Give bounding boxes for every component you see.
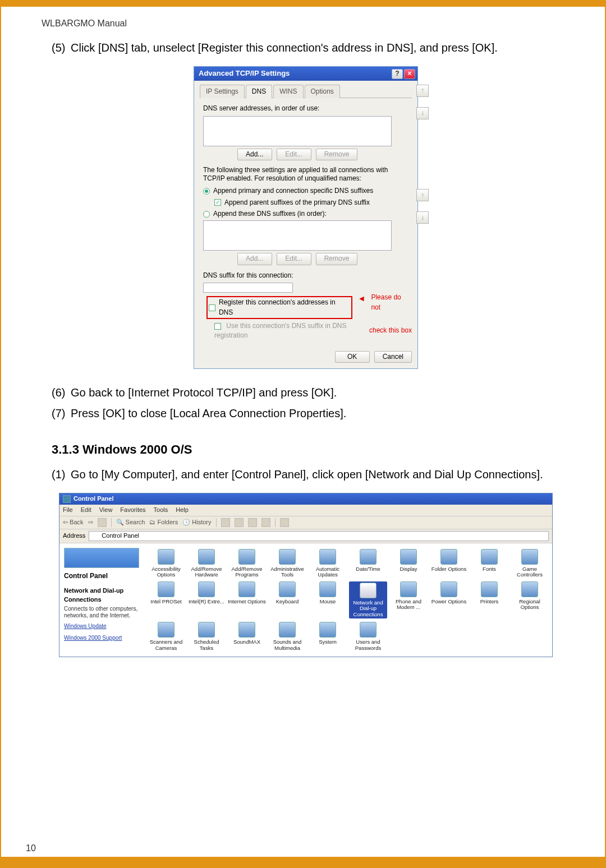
radio-icon (203, 211, 210, 218)
cp-icon-label: Automatic Updates (309, 566, 347, 578)
tab-options[interactable]: Options (305, 85, 340, 98)
cp-icon-item[interactable]: Power Options (430, 581, 468, 618)
menu-edit[interactable]: Edit (81, 506, 91, 515)
radio-append-primary[interactable]: Append primary and connection specific D… (203, 186, 408, 196)
cp-icon-item[interactable]: Intel(R) Extre... (187, 581, 226, 618)
cp-icon-label: Add/Remove Hardware (187, 566, 226, 578)
cp-icon-item[interactable]: Date/Time (349, 549, 387, 578)
chk-append-parent-label: Append parent suffixes of the primary DN… (224, 198, 370, 207)
cp-titlebar: Control Panel (59, 493, 552, 505)
link-windows-update[interactable]: Windows Update (64, 622, 139, 631)
cp-icon-item[interactable]: Users and Passwords (349, 622, 387, 651)
cp-icon-label: Date/Time (349, 566, 387, 572)
menu-tools[interactable]: Tools (154, 506, 168, 515)
close-button[interactable]: × (404, 69, 415, 79)
step-5: (5) Click [DNS] tab, unselect [Register … (52, 40, 560, 56)
app-icon (319, 549, 336, 565)
app-icon (238, 622, 255, 638)
cancel-button[interactable]: Cancel (374, 351, 412, 363)
cp-icon-item[interactable]: Scanners and Cameras (147, 622, 185, 651)
suffix-for-connection-label: DNS suffix for this connection: (203, 271, 412, 280)
cp-icon-item[interactable]: Intel PROSet (147, 581, 185, 618)
dns-suffix-list[interactable] (203, 220, 392, 251)
up-icon[interactable] (98, 518, 107, 527)
cp-icon-label: Add/Remove Programs (228, 566, 266, 578)
cp-icon-item[interactable]: Printers (470, 581, 508, 618)
cp-icon-label: Mouse (309, 599, 347, 604)
cp-icon-item[interactable]: Network and Dial-up Connections (349, 581, 387, 618)
cp-icon-item[interactable]: Administrative Tools (268, 549, 306, 578)
cp-icon-item[interactable]: SoundMAX (228, 622, 266, 651)
step-6-num: (6) (52, 385, 71, 401)
annotation-line1: Please do not (371, 293, 412, 312)
cp-icon-item[interactable]: Sounds and Multimedia (268, 622, 306, 651)
dns-server-list[interactable] (203, 116, 392, 146)
cp-icon-item[interactable]: Internet Options (228, 581, 266, 618)
address-input[interactable]: Control Panel (89, 531, 549, 541)
cp-icon-grid: Accessibility OptionsAdd/Remove Hardware… (144, 543, 552, 657)
cp-banner-icon (64, 548, 139, 568)
move-down-button[interactable]: ↓ (416, 107, 429, 119)
step-6-text: Go back to [Internet Protocol TCP/IP] an… (71, 385, 560, 401)
dns-servers-label: DNS server addresses, in order of use: (203, 104, 412, 113)
toolbar-icon[interactable] (235, 518, 244, 527)
tab-wins[interactable]: WINS (273, 85, 303, 98)
cp-icon-item[interactable]: Phone and Modem ... (389, 581, 428, 618)
app-icon (400, 549, 417, 565)
step-7-num: (7) (52, 405, 71, 422)
section-heading: 3.1.3 Windows 2000 O/S (52, 441, 560, 459)
toolbar-icon[interactable] (248, 518, 257, 527)
cp-icon-item[interactable]: Mouse (309, 581, 347, 618)
ok-button[interactable]: OK (335, 351, 370, 363)
suffix-move-up-button[interactable]: ↑ (416, 189, 429, 201)
toolbar-icon[interactable] (221, 518, 230, 527)
dns-edit-button[interactable]: Edit... (277, 149, 311, 160)
checkbox-icon (214, 199, 221, 206)
cp-icon-item[interactable]: Display (389, 549, 428, 578)
cp-icon-item[interactable]: Accessibility Options (147, 549, 185, 578)
link-win2000-support[interactable]: Windows 2000 Support (64, 634, 139, 643)
tab-dns[interactable]: DNS (246, 85, 272, 98)
cp-icon-item[interactable]: Keyboard (268, 581, 306, 618)
search-button[interactable]: 🔍 Search (116, 518, 145, 527)
cp-icon-item[interactable]: System (309, 622, 347, 651)
step-7: (7) Press [OK] to close [Local Area Conn… (52, 405, 560, 422)
cp-icon-item[interactable]: Regional Options (511, 581, 549, 618)
cp-icon-item[interactable]: Folder Options (430, 549, 468, 578)
history-button[interactable]: 🕓 History (182, 518, 211, 527)
app-icon (279, 622, 296, 638)
suffix-move-down-button[interactable]: ↓ (416, 211, 429, 224)
dns-remove-button[interactable]: Remove (316, 149, 358, 160)
radio-append-these-label: Append these DNS suffixes (in order): (213, 209, 327, 219)
step-b1-num: (1) (52, 467, 71, 483)
chk-append-parent[interactable]: Append parent suffixes of the primary DN… (214, 198, 408, 207)
chk-register-dns[interactable]: Register this connection's addresses in … (206, 296, 352, 319)
app-icon (400, 581, 417, 597)
cp-icon-item[interactable]: Fonts (470, 549, 508, 578)
menu-favorites[interactable]: Favorites (120, 506, 145, 515)
cp-icon-item[interactable]: Game Controllers (511, 549, 549, 578)
cp-icon-item[interactable]: Scheduled Tasks (187, 622, 226, 651)
radio-append-primary-label: Append primary and connection specific D… (213, 186, 373, 196)
help-button[interactable]: ? (392, 69, 403, 79)
cp-icon-item[interactable]: Automatic Updates (309, 549, 347, 578)
dns-add-button[interactable]: Add... (237, 149, 272, 160)
cp-icon-item[interactable]: Add/Remove Programs (228, 549, 266, 578)
toolbar-icon[interactable] (261, 518, 270, 527)
folders-button[interactable]: 🗂 Folders (149, 518, 178, 527)
toolbar-icon[interactable] (280, 518, 289, 527)
menu-file[interactable]: File (63, 506, 73, 515)
cp-icon-label: Game Controllers (511, 566, 549, 578)
menu-help[interactable]: Help (176, 506, 189, 515)
menu-view[interactable]: View (99, 506, 113, 515)
suffix-remove-button[interactable]: Remove (316, 253, 358, 265)
suffix-edit-button[interactable]: Edit... (277, 253, 311, 265)
move-up-button[interactable]: ↑ (416, 85, 429, 97)
forward-button[interactable]: ⇨ (88, 518, 93, 527)
suffix-input[interactable] (203, 283, 293, 293)
back-button[interactable]: ⇦ Back (63, 518, 84, 527)
cp-icon-item[interactable]: Add/Remove Hardware (187, 549, 226, 578)
radio-append-these[interactable]: Append these DNS suffixes (in order): (203, 209, 408, 219)
tab-ip-settings[interactable]: IP Settings (200, 85, 245, 98)
suffix-add-button[interactable]: Add... (237, 253, 272, 265)
